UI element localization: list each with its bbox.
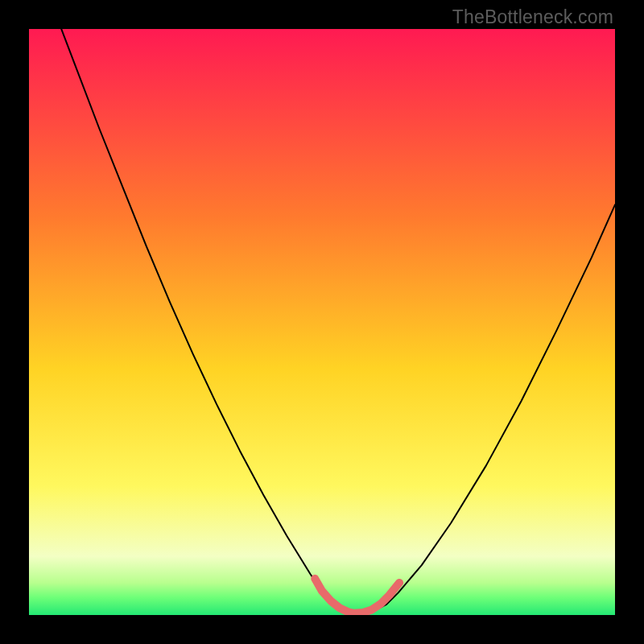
plot-area [29, 29, 615, 615]
chart-frame: TheBottleneck.com [0, 0, 644, 644]
chart-svg [29, 29, 615, 615]
svg-rect-0 [29, 29, 615, 615]
watermark-text: TheBottleneck.com [452, 6, 613, 28]
